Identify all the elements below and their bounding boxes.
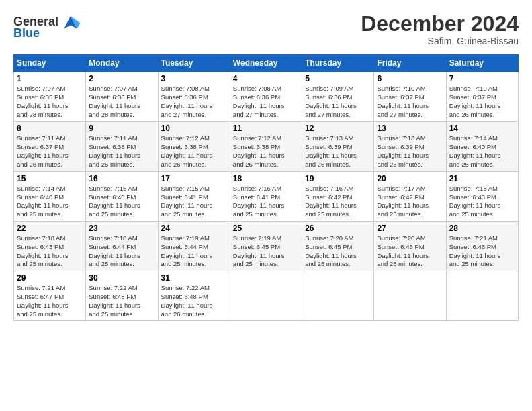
day-cell: 25Sunrise: 7:19 AM Sunset: 6:45 PM Dayli… — [230, 221, 302, 271]
day-detail: Sunrise: 7:08 AM Sunset: 6:36 PM Dayligh… — [161, 85, 227, 119]
day-number: 19 — [305, 174, 371, 183]
day-detail: Sunrise: 7:21 AM Sunset: 6:46 PM Dayligh… — [449, 234, 515, 269]
day-cell: 21Sunrise: 7:18 AM Sunset: 6:43 PM Dayli… — [446, 171, 518, 221]
day-cell: 20Sunrise: 7:17 AM Sunset: 6:42 PM Dayli… — [374, 171, 446, 221]
day-detail: Sunrise: 7:08 AM Sunset: 6:36 PM Dayligh… — [233, 85, 299, 119]
day-number: 23 — [89, 224, 154, 233]
day-detail: Sunrise: 7:14 AM Sunset: 6:40 PM Dayligh… — [17, 185, 83, 219]
day-number: 5 — [305, 74, 371, 83]
day-cell: 6Sunrise: 7:10 AM Sunset: 6:37 PM Daylig… — [374, 72, 446, 122]
day-number: 30 — [89, 273, 154, 283]
day-number: 20 — [377, 174, 443, 183]
day-cell — [374, 271, 446, 321]
day-detail: Sunrise: 7:07 AM Sunset: 6:35 PM Dayligh… — [17, 85, 83, 119]
day-number: 7 — [449, 74, 515, 83]
day-number: 10 — [161, 124, 227, 133]
header-cell-wednesday: Wednesday — [230, 55, 302, 72]
day-number: 12 — [305, 124, 371, 133]
day-cell: 18Sunrise: 7:16 AM Sunset: 6:41 PM Dayli… — [230, 171, 302, 221]
day-cell: 16Sunrise: 7:15 AM Sunset: 6:40 PM Dayli… — [86, 171, 158, 221]
day-detail: Sunrise: 7:13 AM Sunset: 6:39 PM Dayligh… — [305, 134, 371, 169]
day-cell: 12Sunrise: 7:13 AM Sunset: 6:39 PM Dayli… — [302, 122, 374, 171]
logo-text-blue: Blue — [13, 27, 40, 39]
day-number: 29 — [17, 273, 83, 283]
day-cell: 27Sunrise: 7:20 AM Sunset: 6:46 PM Dayli… — [374, 221, 446, 271]
day-detail: Sunrise: 7:11 AM Sunset: 6:38 PM Dayligh… — [89, 134, 154, 169]
day-detail: Sunrise: 7:21 AM Sunset: 6:47 PM Dayligh… — [17, 284, 83, 318]
day-number: 13 — [377, 124, 443, 133]
header-cell-thursday: Thursday — [302, 55, 374, 72]
day-detail: Sunrise: 7:20 AM Sunset: 6:45 PM Dayligh… — [305, 234, 371, 269]
day-detail: Sunrise: 7:07 AM Sunset: 6:36 PM Dayligh… — [89, 85, 154, 119]
day-cell: 7Sunrise: 7:10 AM Sunset: 6:37 PM Daylig… — [446, 72, 518, 122]
day-number: 27 — [377, 224, 443, 233]
day-detail: Sunrise: 7:13 AM Sunset: 6:39 PM Dayligh… — [377, 134, 443, 169]
week-row-4: 22Sunrise: 7:18 AM Sunset: 6:43 PM Dayli… — [14, 221, 519, 271]
day-cell: 31Sunrise: 7:22 AM Sunset: 6:48 PM Dayli… — [158, 271, 230, 321]
day-detail: Sunrise: 7:17 AM Sunset: 6:42 PM Dayligh… — [377, 185, 443, 219]
day-detail: Sunrise: 7:11 AM Sunset: 6:37 PM Dayligh… — [17, 134, 83, 169]
header-cell-friday: Friday — [374, 55, 446, 72]
day-number: 25 — [233, 224, 299, 233]
week-row-2: 8Sunrise: 7:11 AM Sunset: 6:37 PM Daylig… — [14, 122, 519, 171]
day-number: 6 — [377, 74, 443, 83]
header-cell-sunday: Sunday — [14, 55, 86, 72]
day-number: 2 — [89, 74, 154, 83]
day-detail: Sunrise: 7:20 AM Sunset: 6:46 PM Dayligh… — [377, 234, 443, 269]
day-cell: 4Sunrise: 7:08 AM Sunset: 6:36 PM Daylig… — [230, 72, 302, 122]
week-row-5: 29Sunrise: 7:21 AM Sunset: 6:47 PM Dayli… — [14, 271, 519, 321]
day-cell: 14Sunrise: 7:14 AM Sunset: 6:40 PM Dayli… — [446, 122, 518, 171]
day-cell: 26Sunrise: 7:20 AM Sunset: 6:45 PM Dayli… — [302, 221, 374, 271]
day-detail: Sunrise: 7:15 AM Sunset: 6:41 PM Dayligh… — [161, 185, 227, 219]
day-number: 18 — [233, 174, 299, 183]
day-detail: Sunrise: 7:22 AM Sunset: 6:48 PM Dayligh… — [89, 284, 154, 318]
day-cell — [230, 271, 302, 321]
day-detail: Sunrise: 7:19 AM Sunset: 6:44 PM Dayligh… — [161, 234, 227, 269]
day-cell: 23Sunrise: 7:18 AM Sunset: 6:44 PM Dayli… — [86, 221, 158, 271]
day-cell: 29Sunrise: 7:21 AM Sunset: 6:47 PM Dayli… — [14, 271, 86, 321]
logo-bird-icon — [60, 12, 81, 31]
day-detail: Sunrise: 7:10 AM Sunset: 6:37 PM Dayligh… — [449, 85, 515, 119]
page: General Blue December 2024 Safim, Guinea… — [0, 0, 532, 328]
day-cell: 30Sunrise: 7:22 AM Sunset: 6:48 PM Dayli… — [86, 271, 158, 321]
week-row-3: 15Sunrise: 7:14 AM Sunset: 6:40 PM Dayli… — [14, 171, 519, 221]
day-number: 17 — [161, 174, 227, 183]
logo: General Blue — [13, 12, 81, 39]
header-cell-saturday: Saturday — [446, 55, 518, 72]
day-detail: Sunrise: 7:22 AM Sunset: 6:48 PM Dayligh… — [161, 284, 227, 318]
day-detail: Sunrise: 7:15 AM Sunset: 6:40 PM Dayligh… — [89, 185, 154, 219]
day-cell — [446, 271, 518, 321]
day-detail: Sunrise: 7:10 AM Sunset: 6:37 PM Dayligh… — [377, 85, 443, 119]
month-title: December 2024 — [361, 12, 519, 36]
day-cell: 28Sunrise: 7:21 AM Sunset: 6:46 PM Dayli… — [446, 221, 518, 271]
day-cell: 22Sunrise: 7:18 AM Sunset: 6:43 PM Dayli… — [14, 221, 86, 271]
header-row: SundayMondayTuesdayWednesdayThursdayFrid… — [14, 55, 519, 72]
day-number: 4 — [233, 74, 299, 83]
day-detail: Sunrise: 7:18 AM Sunset: 6:43 PM Dayligh… — [17, 234, 83, 269]
header-cell-tuesday: Tuesday — [158, 55, 230, 72]
day-cell — [302, 271, 374, 321]
day-number: 9 — [89, 124, 154, 133]
day-cell: 15Sunrise: 7:14 AM Sunset: 6:40 PM Dayli… — [14, 171, 86, 221]
day-number: 16 — [89, 174, 154, 183]
week-row-1: 1Sunrise: 7:07 AM Sunset: 6:35 PM Daylig… — [14, 72, 519, 122]
day-cell: 10Sunrise: 7:12 AM Sunset: 6:38 PM Dayli… — [158, 122, 230, 171]
day-cell: 2Sunrise: 7:07 AM Sunset: 6:36 PM Daylig… — [86, 72, 158, 122]
day-cell: 5Sunrise: 7:09 AM Sunset: 6:36 PM Daylig… — [302, 72, 374, 122]
day-cell: 13Sunrise: 7:13 AM Sunset: 6:39 PM Dayli… — [374, 122, 446, 171]
location: Safim, Guinea-Bissau — [361, 36, 519, 46]
day-number: 15 — [17, 174, 83, 183]
day-cell: 24Sunrise: 7:19 AM Sunset: 6:44 PM Dayli… — [158, 221, 230, 271]
day-cell: 17Sunrise: 7:15 AM Sunset: 6:41 PM Dayli… — [158, 171, 230, 221]
day-number: 21 — [449, 174, 515, 183]
day-detail: Sunrise: 7:12 AM Sunset: 6:38 PM Dayligh… — [233, 134, 299, 169]
header: General Blue December 2024 Safim, Guinea… — [13, 12, 519, 46]
day-number: 11 — [233, 124, 299, 133]
day-number: 24 — [161, 224, 227, 233]
day-number: 1 — [17, 74, 83, 83]
day-cell: 8Sunrise: 7:11 AM Sunset: 6:37 PM Daylig… — [14, 122, 86, 171]
day-detail: Sunrise: 7:16 AM Sunset: 6:42 PM Dayligh… — [305, 185, 371, 219]
day-cell: 19Sunrise: 7:16 AM Sunset: 6:42 PM Dayli… — [302, 171, 374, 221]
day-number: 8 — [17, 124, 83, 133]
day-detail: Sunrise: 7:18 AM Sunset: 6:44 PM Dayligh… — [89, 234, 154, 269]
